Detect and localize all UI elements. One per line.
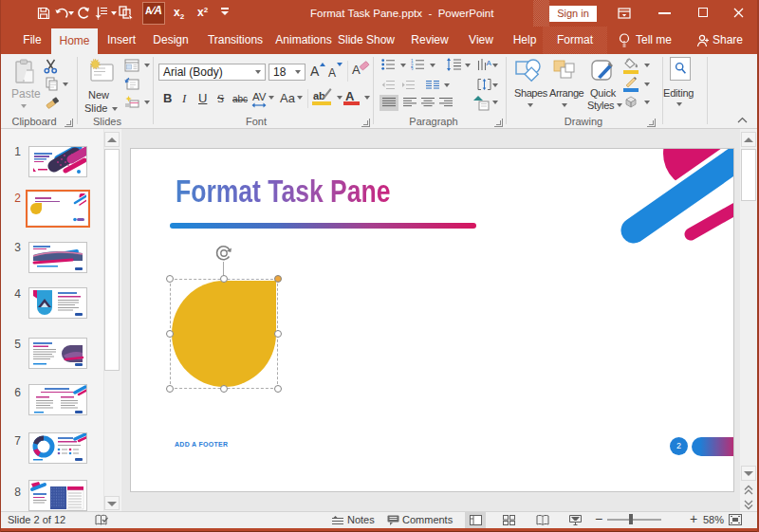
svg-text:3: 3 [411,67,414,71]
svg-text:A: A [487,59,492,67]
